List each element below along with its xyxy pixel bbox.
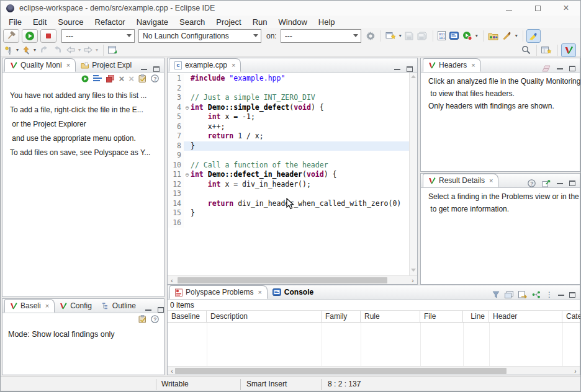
close-tab-icon[interactable]: × <box>471 61 475 69</box>
code-line-12[interactable]: 12 int x = div_in_header(); <box>168 180 417 190</box>
open-editor-window-button[interactable] <box>107 44 119 56</box>
code-line-5[interactable]: 5 int x = -1; <box>168 112 417 122</box>
scrollbar-thumb[interactable] <box>178 277 387 283</box>
maximize-view-icon[interactable] <box>407 66 413 72</box>
minimize-view-icon[interactable] <box>557 182 563 184</box>
tab-project-explorer[interactable]: Project Expl <box>76 58 137 72</box>
maximize-view-icon[interactable] <box>569 180 575 186</box>
column-header-baseline[interactable]: Baseline <box>168 311 207 322</box>
code-line-9[interactable]: 9 <box>168 151 417 161</box>
code-line-16[interactable]: 16 <box>168 218 417 228</box>
column-header-cate[interactable]: Cate <box>562 311 581 322</box>
menu-item[interactable]: Search <box>174 17 210 27</box>
menu-item[interactable]: Run <box>247 17 273 27</box>
menu-item[interactable]: Edit <box>27 17 52 27</box>
maximize-view-icon[interactable] <box>569 292 575 298</box>
run-file-analysis-icon[interactable] <box>81 75 89 82</box>
code-line-2[interactable]: 2 <box>168 84 417 94</box>
build-config-combo[interactable]: --- <box>61 29 135 43</box>
chevron-down-icon[interactable]: ▾ <box>515 33 518 38</box>
column-header-rule[interactable]: Rule <box>361 311 420 322</box>
delete-icon[interactable]: × <box>119 74 124 83</box>
scroll-left-icon[interactable]: ‹ <box>168 276 176 285</box>
close-tab-icon[interactable]: × <box>45 302 49 310</box>
build-button[interactable] <box>3 29 19 43</box>
close-tab-icon[interactable]: × <box>66 61 70 69</box>
annotate-button[interactable] <box>501 30 513 42</box>
code-line-10[interactable]: 10// Call a function of the header <box>168 161 417 171</box>
tab-quality-monitoring[interactable]: Quality Moni × <box>4 58 76 72</box>
tab-result-details[interactable]: Result Details × <box>423 174 498 187</box>
toggle-highlight-findings-button[interactable] <box>526 29 541 43</box>
tab-console[interactable]: Console <box>268 285 318 299</box>
menu-item[interactable]: Project <box>210 17 246 27</box>
menu-item[interactable]: Window <box>273 17 313 27</box>
polyspace-perspective-button[interactable] <box>561 43 576 57</box>
fold-collapse-icon[interactable]: ⊖ <box>184 170 191 180</box>
minimize-view-icon[interactable] <box>394 68 400 70</box>
view-menu-icon[interactable]: ⋮ <box>546 290 553 299</box>
column-header-family[interactable]: Family <box>322 311 361 322</box>
tab-outline[interactable]: Outline <box>97 299 141 313</box>
code-line-4[interactable]: 4⊖int Demo::simple_defect(void) { <box>168 103 417 113</box>
scroll-up-icon[interactable] <box>411 75 416 78</box>
menu-item[interactable]: Help <box>313 17 341 27</box>
scroll-down-icon[interactable] <box>411 269 416 272</box>
minimize-view-icon[interactable] <box>145 309 151 311</box>
last-edit-location-button[interactable] <box>20 44 32 56</box>
search-button[interactable] <box>520 44 532 56</box>
close-tab-icon[interactable]: × <box>232 61 235 69</box>
share-tree-icon[interactable] <box>532 291 541 298</box>
column-header-header[interactable]: Header <box>489 311 562 322</box>
tab-baseline[interactable]: Baseli × <box>4 299 55 313</box>
editor-horizontal-scrollbar[interactable]: ‹ › <box>168 275 417 284</box>
editor-vertical-scrollbar[interactable] <box>409 73 417 275</box>
tab-configuration[interactable]: Config <box>55 299 97 313</box>
open-console-button[interactable] <box>448 30 460 42</box>
code-line-7[interactable]: 7 return 1 / x; <box>168 131 417 141</box>
close-window-button[interactable]: × <box>552 1 580 16</box>
code-line-8[interactable]: 8} <box>168 141 417 151</box>
code-line-3[interactable]: 3// Just a simple INT_ZERO_DIV <box>168 93 417 103</box>
minimize-view-icon[interactable] <box>558 294 564 296</box>
export-icon[interactable] <box>518 291 527 298</box>
forward-button[interactable] <box>83 44 94 56</box>
forward-history-button[interactable] <box>52 44 64 56</box>
column-header-description[interactable]: Description <box>207 311 322 322</box>
code-line-11[interactable]: 11⊖int Demo::defect_in_header(void) { <box>168 170 417 180</box>
fold-collapse-icon[interactable]: ⊖ <box>184 103 191 113</box>
save-all-button[interactable] <box>416 30 428 42</box>
run-last-launch-button[interactable] <box>461 30 474 42</box>
menu-item[interactable]: File <box>3 17 27 27</box>
chevron-down-icon[interactable]: ▾ <box>34 47 36 53</box>
close-tab-icon[interactable]: × <box>489 177 493 184</box>
code-line-1[interactable]: 1#include "example.hpp" <box>168 74 417 84</box>
scroll-right-icon[interactable]: › <box>571 367 580 375</box>
clipboard-report-icon[interactable] <box>138 74 146 82</box>
column-header-file[interactable]: File <box>420 311 463 322</box>
menu-item[interactable]: Source <box>52 17 89 27</box>
launch-config-combo[interactable]: No Launch Configurations <box>138 29 261 43</box>
tab-example-cpp[interactable]: c example.cpp × <box>169 58 241 72</box>
list-icon[interactable] <box>93 75 102 82</box>
stop-analysis-button[interactable] <box>40 29 56 43</box>
chevron-down-icon[interactable]: ▾ <box>78 47 81 53</box>
target-combo[interactable]: --- <box>281 29 361 43</box>
launch-settings-button[interactable] <box>365 30 376 42</box>
minimize-window-button[interactable] <box>495 1 523 16</box>
menu-item[interactable]: Refactor <box>89 17 131 27</box>
code-editor[interactable]: 1#include "example.hpp"23// Just a simpl… <box>168 73 417 275</box>
tab-polyspace-problems[interactable]: Polyspace Problems × <box>169 285 268 299</box>
minimize-view-icon[interactable] <box>557 68 563 69</box>
code-line-6[interactable]: 6 x++; <box>168 122 417 132</box>
chevron-down-icon[interactable]: ▾ <box>399 33 402 38</box>
delete-disabled-icon[interactable]: × <box>128 74 134 83</box>
chevron-down-icon[interactable]: ▾ <box>96 47 98 53</box>
chevron-down-icon[interactable]: ▾ <box>16 47 19 53</box>
help-icon[interactable]: ? <box>151 74 159 82</box>
problems-horizontal-scrollbar[interactable]: ‹ › <box>168 366 580 375</box>
maximize-view-icon[interactable] <box>569 66 575 71</box>
open-project-button[interactable] <box>487 30 500 42</box>
column-header-line[interactable]: Line <box>463 311 489 322</box>
link-to-source-icon[interactable] <box>542 180 551 187</box>
